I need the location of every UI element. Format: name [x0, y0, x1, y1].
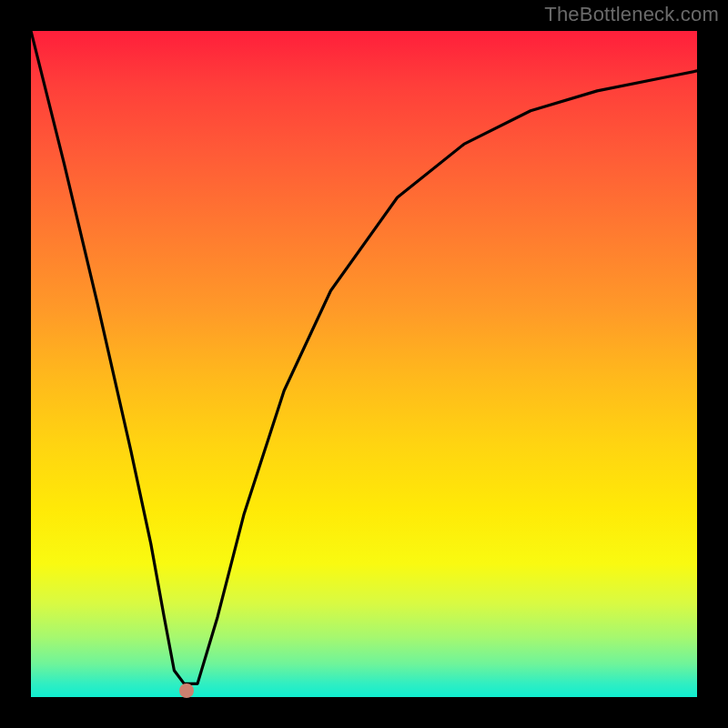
- chart-stage: TheBottleneck.com: [0, 0, 728, 728]
- plot-area: [31, 31, 697, 697]
- watermark-label: TheBottleneck.com: [544, 3, 719, 26]
- gradient-backdrop: [31, 31, 697, 697]
- optimum-marker: [179, 683, 194, 698]
